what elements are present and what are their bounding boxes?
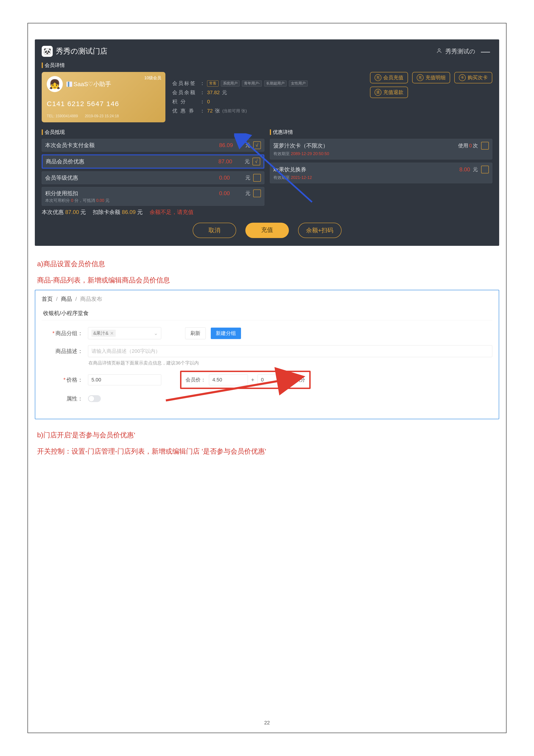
level-discount-row[interactable]: 会员等级优惠 0.00 元 √	[42, 171, 264, 184]
member-points-input[interactable]: 0	[257, 374, 292, 385]
member-tag: 青年用户-	[242, 80, 262, 87]
price-row: *价格： 5.00 会员价： 4.50 + 0 积分	[42, 371, 492, 389]
recharge-detail-button[interactable]: 充 充值明细	[412, 72, 450, 83]
desc-hint: 在商品详情页标题下面展示卖点信息，建议36个字以内	[89, 360, 492, 366]
breadcrumb-product[interactable]: 商品	[61, 296, 72, 302]
form-tab[interactable]: 收银机/小程序堂食	[42, 306, 492, 320]
member-name: ▌ SaaS♡小助手	[67, 80, 111, 88]
pos-actions: 取消 充值 余额+扫码	[42, 223, 492, 238]
product-group-row: *商品分组： &果汁&✕ ⌄ 刷新 新建分组	[42, 327, 492, 339]
chevron-down-icon: ⌄	[154, 330, 158, 336]
svg-point-0	[438, 49, 440, 51]
pos-header: 🐼 秀秀の测试门店 秀秀测试の —	[42, 46, 492, 61]
recharge-icon: 充	[417, 74, 424, 81]
member-level: 10级会员	[144, 75, 161, 81]
remove-tag-icon[interactable]: ✕	[110, 331, 114, 336]
recharge-icon: 充	[375, 74, 382, 81]
app-logo: 🐼	[42, 46, 53, 57]
points-unit: 积分	[295, 376, 305, 383]
points-deduct-sub: 本次可用积分 0 分，可抵消 0.00 元	[45, 198, 261, 203]
member-tag: 系统用户	[221, 80, 240, 87]
coupon-heading: 优惠详情	[270, 129, 493, 136]
doc-heading-b: b)门店开启'是否参与会员价优惠'	[37, 428, 499, 442]
checkbox-checked-icon[interactable]: √	[253, 141, 261, 149]
breadcrumb-release: 商品发布	[80, 296, 102, 302]
recharge-button[interactable]: 充 会员充值	[370, 72, 408, 83]
deduct-column: 会员抵现 本次会员卡支付金额 86.09 元 √ 商品会员价优惠 87.00 元…	[42, 127, 264, 216]
refund-icon: 退	[375, 89, 382, 96]
recharge-button-main[interactable]: 充值	[245, 223, 289, 238]
attribute-row: 属性：	[42, 395, 492, 402]
breadcrumb: 首页 / 商品 / 商品发布	[42, 295, 492, 303]
plus-icon: +	[251, 377, 254, 383]
member-tag: 常客	[207, 80, 219, 87]
points-deduct-row[interactable]: 积分使用抵扣 0.00 元 √ 本次可用积分 0 分，可抵消 0.00 元	[42, 187, 264, 206]
buy-card-button[interactable]: 卡 购买次卡	[454, 72, 492, 83]
refund-button[interactable]: 退 充值退款	[370, 87, 408, 98]
product-group-select[interactable]: &果汁&✕ ⌄	[88, 327, 161, 339]
breadcrumb-home[interactable]: 首页	[42, 296, 53, 302]
member-tag: 长期超用户	[264, 80, 286, 87]
balance-warning: 余额不足，请充值	[149, 208, 194, 216]
new-group-button[interactable]: 新建分组	[211, 328, 241, 339]
product-desc-row: 商品描述： 请输入商品描述（200字以内）	[42, 345, 492, 357]
member-tag: 女性用户	[289, 80, 308, 87]
member-card-number: C141 6212 5647 146	[47, 100, 160, 108]
member-tags-row: 会员标签： 常客 系统用户 青年用户- 长期超用户 女性用户	[172, 80, 363, 87]
deduct-heading: 会员抵现	[42, 129, 264, 136]
product-desc-input[interactable]: 请输入商品描述（200字以内）	[88, 345, 492, 357]
member-avatar: 👧	[47, 76, 63, 92]
member-balance-row: 会员余额： 37.82 元	[172, 89, 363, 96]
doc-sub-a: 商品-商品列表，新增或编辑商品会员价信息	[37, 274, 499, 286]
checkbox-checked-icon[interactable]: √	[253, 158, 260, 165]
member-points-row: 积 分： 0	[172, 98, 363, 105]
coupon-item[interactable]: 菠萝汁次卡（不限次） 使用 0 次 有效期至 2089-12-29 20:50:…	[270, 139, 493, 159]
price-input[interactable]: 5.00	[88, 374, 161, 385]
store-title: 秀秀の测试门店	[56, 46, 107, 56]
pos-panel: 🐼 秀秀の测试门店 秀秀测试の — 会员详情 10级会员 👧 ▌	[35, 40, 499, 246]
user-icon	[436, 48, 442, 55]
product-form-panel: 首页 / 商品 / 商品发布 收银机/小程序堂食 *商品分组： &果汁&✕ ⌄ …	[35, 290, 499, 419]
checkbox-unchecked-icon[interactable]	[481, 166, 489, 174]
member-meta: TEL: 15900414889 2019-09-23 15:24:18	[47, 114, 160, 118]
checkbox-unchecked-icon[interactable]	[481, 142, 489, 149]
page-number: 22	[28, 720, 506, 726]
user-name[interactable]: 秀秀测试の	[445, 47, 475, 55]
member-price-highlight: 会员价： 4.50 + 0 积分	[180, 371, 311, 389]
balance-scan-button[interactable]: 余额+扫码	[298, 223, 341, 238]
doc-sub-b: 开关控制：设置-门店管理-门店列表，新增或编辑门店 '是否参与会员价优惠'	[37, 445, 499, 458]
coupon-item[interactable]: xx果饮兑换券 8.00 元 有效期至 2021-12-12	[270, 163, 493, 183]
coupon-column: 优惠详情 菠萝汁次卡（不限次） 使用 0 次 有效期至 2089-12-29 2…	[270, 127, 493, 216]
doc-heading-a: a)商品设置会员价信息	[37, 257, 499, 270]
member-card: 10级会员 👧 ▌ SaaS♡小助手 C141 6212 5647 146 TE…	[42, 72, 165, 122]
refresh-button[interactable]: 刷新	[185, 327, 206, 339]
member-price-label: 会员价：	[186, 376, 206, 383]
pay-amount-row[interactable]: 本次会员卡支付金额 86.09 元 √	[42, 139, 264, 152]
checkbox-unchecked-icon[interactable]: √	[253, 174, 261, 182]
card-icon: 卡	[459, 74, 466, 81]
minimize-button[interactable]: —	[479, 49, 492, 54]
member-coupons-row: 优 惠 券： 72 张 (当前可用 张)	[172, 107, 363, 114]
cancel-button[interactable]: 取消	[193, 223, 236, 238]
member-price-input[interactable]: 4.50	[209, 374, 248, 385]
member-detail-heading: 会员详情	[42, 62, 492, 69]
member-actions: 充 会员充值 充 充值明细 卡 购买次卡 退 充值退款	[370, 72, 492, 122]
attribute-toggle[interactable]	[88, 395, 101, 402]
summary-row: 本次优惠 87.00 元 扣除卡余额 86.09 元 余额不足，请充值	[42, 208, 264, 216]
member-price-discount-row[interactable]: 商品会员价优惠 87.00 元 √	[42, 154, 264, 169]
member-info: 会员标签： 常客 系统用户 青年用户- 长期超用户 女性用户 会员余额： 37.…	[172, 72, 363, 122]
checkbox-unchecked-icon[interactable]: √	[253, 189, 261, 197]
